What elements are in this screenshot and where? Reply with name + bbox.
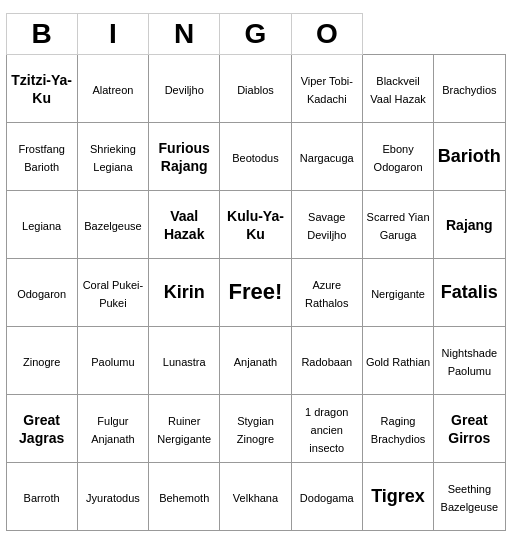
cell-4-0: Zinogre <box>6 327 77 395</box>
cell-5-6: Great Girros <box>434 395 505 463</box>
cell-3-5: Nergigante <box>362 259 433 327</box>
cell-3-3: Free! <box>220 259 291 327</box>
cell-text: Nightshade Paolumu <box>442 347 498 377</box>
cell-4-1: Paolumu <box>77 327 148 395</box>
cell-0-5: Blackveil Vaal Hazak <box>362 55 433 123</box>
cell-text: Coral Pukei-Pukei <box>83 279 144 309</box>
cell-text: Diablos <box>237 84 274 96</box>
cell-text: Dodogama <box>300 492 354 504</box>
cell-text: Rajang <box>446 217 493 233</box>
cell-0-1: Alatreon <box>77 55 148 123</box>
header-cell-b: B <box>6 14 77 55</box>
cell-4-5: Gold Rathian <box>362 327 433 395</box>
cell-text: Barioth <box>438 146 501 166</box>
cell-text: Tigrex <box>371 486 425 506</box>
cell-text: Fulgur Anjanath <box>91 415 134 445</box>
cell-text: Lunastra <box>163 356 206 368</box>
table-row: LegianaBazelgeuseVaal HazakKulu-Ya-KuSav… <box>6 191 505 259</box>
cell-text: Tzitzi-Ya-Ku <box>11 72 72 106</box>
cell-2-2: Vaal Hazak <box>149 191 220 259</box>
table-row: Frostfang BariothShrieking LegianaFuriou… <box>6 123 505 191</box>
cell-text: Brachydios <box>442 84 496 96</box>
cell-text: Scarred Yian Garuga <box>367 211 430 241</box>
cell-2-5: Scarred Yian Garuga <box>362 191 433 259</box>
cell-text: Barroth <box>24 492 60 504</box>
cell-text: Blackveil Vaal Hazak <box>370 75 425 105</box>
cell-0-4: Viper Tobi-Kadachi <box>291 55 362 123</box>
cell-3-4: Azure Rathalos <box>291 259 362 327</box>
cell-6-5: Tigrex <box>362 463 433 531</box>
cell-0-6: Brachydios <box>434 55 505 123</box>
cell-text: Great Girros <box>448 412 490 446</box>
cell-text: Shrieking Legiana <box>90 143 136 173</box>
cell-text: Gold Rathian <box>366 356 430 368</box>
table-row: Tzitzi-Ya-KuAlatreonDeviljhoDiablosViper… <box>6 55 505 123</box>
cell-text: Stygian Zinogre <box>237 415 274 445</box>
cell-6-0: Barroth <box>6 463 77 531</box>
table-row: OdogaronCoral Pukei-PukeiKirinFree!Azure… <box>6 259 505 327</box>
cell-0-0: Tzitzi-Ya-Ku <box>6 55 77 123</box>
cell-text: Beotodus <box>232 152 278 164</box>
cell-5-3: Stygian Zinogre <box>220 395 291 463</box>
cell-5-2: Ruiner Nergigante <box>149 395 220 463</box>
cell-4-2: Lunastra <box>149 327 220 395</box>
cell-1-0: Frostfang Barioth <box>6 123 77 191</box>
cell-0-3: Diablos <box>220 55 291 123</box>
cell-text: Legiana <box>22 220 61 232</box>
cell-5-4: 1 dragon ancien insecto <box>291 395 362 463</box>
cell-text: Anjanath <box>234 356 277 368</box>
cell-6-2: Behemoth <box>149 463 220 531</box>
cell-6-1: Jyuratodus <box>77 463 148 531</box>
cell-text: Radobaan <box>301 356 352 368</box>
cell-text: Nergigante <box>371 288 425 300</box>
cell-text: Zinogre <box>23 356 60 368</box>
cell-text: Bazelgeuse <box>84 220 142 232</box>
cell-text: Nargacuga <box>300 152 354 164</box>
cell-text: Paolumu <box>91 356 134 368</box>
cell-3-1: Coral Pukei-Pukei <box>77 259 148 327</box>
cell-text: Jyuratodus <box>86 492 140 504</box>
cell-1-1: Shrieking Legiana <box>77 123 148 191</box>
cell-text: Velkhana <box>233 492 278 504</box>
cell-text: Savage Deviljho <box>307 211 346 241</box>
cell-text: Raging Brachydios <box>371 415 425 445</box>
cell-2-4: Savage Deviljho <box>291 191 362 259</box>
cell-3-0: Odogaron <box>6 259 77 327</box>
cell-text: Behemoth <box>159 492 209 504</box>
cell-text: Great Jagras <box>19 412 64 446</box>
header-cell-i: I <box>77 14 148 55</box>
table-row: ZinogrePaolumuLunastraAnjanathRadobaanGo… <box>6 327 505 395</box>
cell-2-6: Rajang <box>434 191 505 259</box>
cell-text: Kulu-Ya-Ku <box>227 208 284 242</box>
cell-1-4: Nargacuga <box>291 123 362 191</box>
cell-5-5: Raging Brachydios <box>362 395 433 463</box>
header-cell-g: G <box>220 14 291 55</box>
cell-text: Vaal Hazak <box>164 208 204 242</box>
cell-text: Alatreon <box>92 84 133 96</box>
cell-text: Odogaron <box>17 288 66 300</box>
header-cell-o: O <box>291 14 362 55</box>
cell-4-3: Anjanath <box>220 327 291 395</box>
cell-text: Frostfang Barioth <box>18 143 64 173</box>
cell-text: Azure Rathalos <box>305 279 348 309</box>
cell-text: 1 dragon ancien insecto <box>305 406 348 454</box>
cell-6-6: Seething Bazelgeuse <box>434 463 505 531</box>
cell-1-2: Furious Rajang <box>149 123 220 191</box>
cell-3-6: Fatalis <box>434 259 505 327</box>
cell-4-4: Radobaan <box>291 327 362 395</box>
cell-text: Ebony Odogaron <box>374 143 423 173</box>
table-row: Great JagrasFulgur AnjanathRuiner Nergig… <box>6 395 505 463</box>
header-cell-n: N <box>149 14 220 55</box>
cell-4-6: Nightshade Paolumu <box>434 327 505 395</box>
cell-0-2: Deviljho <box>149 55 220 123</box>
table-row: BarrothJyuratodusBehemothVelkhanaDodogam… <box>6 463 505 531</box>
bingo-table: BINGO Tzitzi-Ya-KuAlatreonDeviljhoDiablo… <box>6 13 506 531</box>
cell-text: Deviljho <box>165 84 204 96</box>
cell-1-6: Barioth <box>434 123 505 191</box>
cell-text: Fatalis <box>441 282 498 302</box>
cell-2-0: Legiana <box>6 191 77 259</box>
cell-2-1: Bazelgeuse <box>77 191 148 259</box>
header-row: BINGO <box>6 14 505 55</box>
cell-1-3: Beotodus <box>220 123 291 191</box>
cell-5-0: Great Jagras <box>6 395 77 463</box>
